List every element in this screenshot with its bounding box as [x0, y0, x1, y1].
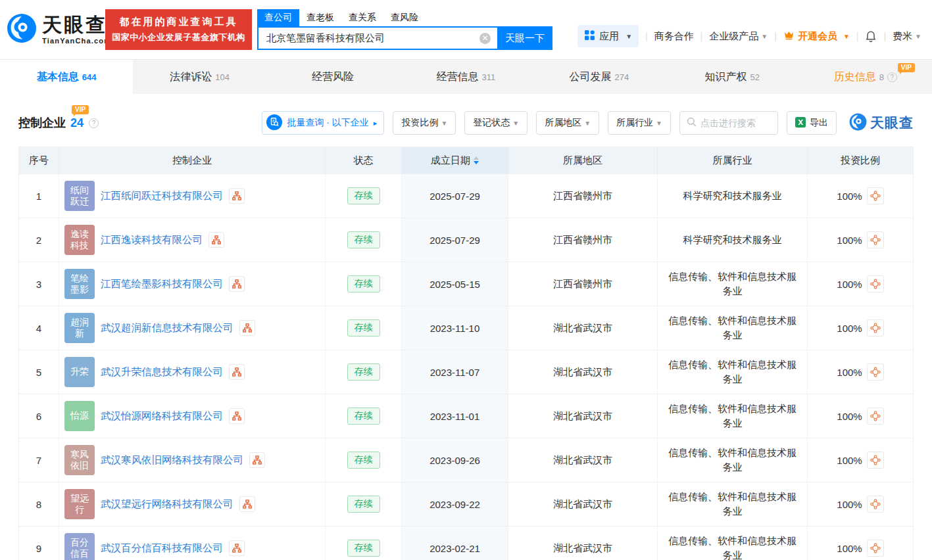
help-icon[interactable]: ? [887, 72, 897, 82]
equity-penetration-icon[interactable] [867, 452, 884, 469]
search-tab-risk[interactable]: 查风险 [383, 9, 426, 26]
vip-badge: VIP [898, 63, 915, 72]
company-link[interactable]: 武汉怡源网络科技有限公司 [101, 409, 223, 423]
filter-region[interactable]: 所属地区 ▼ [536, 111, 599, 135]
equity-penetration-icon[interactable] [867, 275, 884, 292]
table-row: 5 升荣 武汉升荣信息技术有限公司 存续 2023-11-07 湖北省武汉市 信… [19, 350, 913, 394]
notification-bell-icon[interactable] [865, 30, 877, 43]
equity-penetration-icon[interactable] [867, 540, 884, 557]
export-button[interactable]: 导出 [787, 111, 837, 135]
company-link[interactable]: 武汉百分信百科技有限公司 [101, 542, 223, 555]
org-chart-icon[interactable] [239, 320, 255, 336]
nav-enterprise-product[interactable]: 企业级产品 ▼ [709, 30, 768, 43]
org-chart-icon[interactable] [229, 540, 245, 556]
header-region: 所属地区 [508, 147, 658, 174]
established-date: 2023-09-22 [402, 482, 508, 526]
org-chart-icon[interactable] [229, 364, 245, 380]
row-index: 8 [19, 482, 59, 526]
tab-intellectual-property[interactable]: 知识产权 52 [666, 60, 798, 94]
established-date: 2025-07-29 [402, 174, 508, 218]
caret-down-icon: ▼ [441, 120, 447, 127]
brand-slogan-banner: 都在用的商业查询工具 国家中小企业发展子基金旗下机构 [105, 9, 252, 50]
table-row: 1 纸间跃迁 江西纸间跃迁科技有限公司 存续 2025-07-29 江西省赣州市… [19, 174, 913, 218]
tab-basic-info[interactable]: 基本信息 644 [0, 60, 133, 94]
equity-penetration-icon[interactable] [867, 496, 884, 513]
equity-penetration-icon[interactable] [867, 408, 884, 425]
banner-line2: 国家中小企业发展子基金旗下机构 [112, 32, 245, 43]
caret-down-icon: ▼ [843, 33, 850, 40]
table-header-row: 序号 控制企业 状态 成立日期 所属地区 所属行业 投资比例 [19, 147, 913, 174]
company-link[interactable]: 武汉超润新信息技术有限公司 [101, 321, 233, 335]
search-tab-company[interactable]: 查公司 [257, 9, 299, 26]
equity-penetration-icon[interactable] [867, 319, 884, 337]
sort-desc-icon [474, 161, 479, 164]
table-search-input[interactable] [700, 118, 771, 128]
header-date-sortable[interactable]: 成立日期 [402, 147, 508, 174]
tianyancha-logo[interactable]: 天眼查 TianYanCha.com [7, 13, 111, 46]
company-link[interactable]: 江西笔绘墨影科技有限公司 [101, 277, 223, 291]
company-link[interactable]: 江西纸间跃迁科技有限公司 [101, 189, 223, 203]
nav-username[interactable]: 费米 ▼ [893, 30, 921, 43]
established-date: 2025-05-15 [402, 262, 508, 306]
tab-history-info[interactable]: VIP 历史信息 8 ? [799, 60, 932, 94]
nav-business-cooperation[interactable]: 商务合作 [654, 30, 694, 43]
filter-registration-status[interactable]: 登记状态 ▼ [464, 111, 527, 135]
nav-open-vip[interactable]: 开通会员 ▼ [783, 30, 850, 43]
divider: | [856, 31, 859, 41]
batch-query-button[interactable]: 批量查询 · 以下企业 ▸ [262, 111, 384, 135]
company-link[interactable]: 武汉望远行网络科技有限公司 [101, 498, 233, 511]
established-date: 2023-02-21 [402, 526, 508, 560]
company-search-input[interactable] [257, 26, 497, 50]
tab-legal-litigation[interactable]: 法律诉讼 104 [133, 60, 266, 94]
divider: | [700, 31, 703, 41]
org-chart-icon[interactable] [208, 232, 224, 248]
org-chart-icon[interactable] [249, 452, 265, 468]
batch-query-icon [266, 114, 282, 132]
status-badge: 存续 [347, 496, 380, 513]
vip-badge: VIP [72, 105, 89, 114]
company-link[interactable]: 江西逸读科技有限公司 [101, 233, 203, 247]
company-link[interactable]: 武汉升荣信息技术有限公司 [101, 365, 223, 379]
equity-penetration-icon[interactable] [867, 187, 884, 204]
tab-company-development[interactable]: 公司发展 274 [533, 60, 666, 94]
region: 湖北省武汉市 [508, 438, 658, 482]
company-link[interactable]: 武汉寒风依旧网络科技有限公司 [101, 454, 243, 467]
header-status: 状态 [326, 147, 402, 174]
status-badge: 存续 [347, 363, 380, 381]
sort-asc-icon [474, 156, 479, 160]
crown-icon [783, 30, 795, 42]
table-row: 6 怡源 武汉怡源网络科技有限公司 存续 2023-11-01 湖北省武汉市 信… [19, 394, 913, 438]
org-chart-icon[interactable] [229, 408, 245, 424]
row-index: 3 [19, 262, 59, 306]
nav-apps[interactable]: 应用 ▼ [577, 25, 639, 47]
org-chart-icon[interactable] [239, 496, 255, 512]
controlled-companies-section-header: 控制企业 VIP 24 ? 批量查询 · 以下企业 ▸ 投资比例 ▼ 登记状态 … [18, 110, 914, 136]
region: 湖北省武汉市 [508, 482, 658, 526]
search-submit-button[interactable]: 天眼一下 [497, 26, 552, 50]
org-chart-icon[interactable] [229, 276, 245, 292]
section-count: 24 [70, 116, 84, 129]
filter-industry[interactable]: 所属行业 ▼ [608, 111, 671, 135]
equity-penetration-icon[interactable] [867, 363, 884, 381]
company-avatar: 升荣 [64, 357, 95, 387]
status-badge: 存续 [347, 452, 380, 469]
industry: 信息传输、软件和信息技术服务业 [668, 358, 797, 387]
established-date: 2023-09-26 [402, 438, 508, 482]
help-icon[interactable]: ? [89, 118, 99, 128]
tab-business-info[interactable]: 经营信息 311 [399, 60, 532, 94]
search-tab-relation[interactable]: 查关系 [341, 9, 383, 26]
investment-ratio: 100% [837, 411, 862, 422]
tab-operation-risk[interactable]: 经营风险 [266, 60, 399, 94]
filter-investment-ratio[interactable]: 投资比例 ▼ [393, 111, 456, 135]
search-tab-boss[interactable]: 查老板 [299, 9, 341, 26]
established-date: 2023-11-01 [402, 394, 508, 438]
org-chart-icon[interactable] [229, 188, 245, 204]
clear-input-icon[interactable]: ✕ [479, 33, 491, 44]
logo-swirl-icon [849, 113, 867, 133]
sort-icons[interactable] [474, 156, 479, 164]
watermark-text: 天眼查 [870, 114, 914, 132]
banner-line1: 都在用的商业查询工具 [120, 16, 238, 28]
equity-penetration-icon[interactable] [867, 231, 884, 248]
caret-down-icon: ▼ [915, 33, 921, 40]
row-index: 7 [19, 438, 59, 482]
